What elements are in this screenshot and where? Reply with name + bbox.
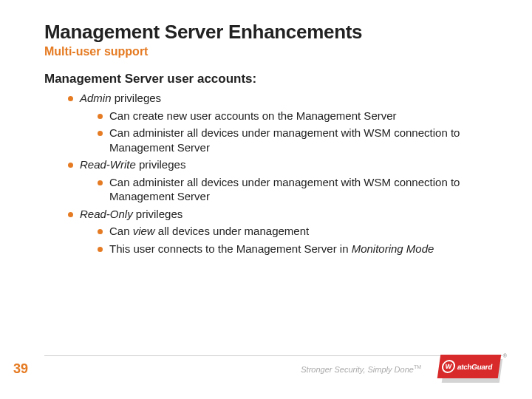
- text-italic: view: [133, 225, 155, 237]
- page-number: 39: [13, 361, 28, 377]
- slide-content: Management Server Enhancements Multi-use…: [0, 0, 532, 256]
- slide-subtitle: Multi-user support: [44, 45, 502, 58]
- priv-name: Read-Only: [80, 208, 133, 220]
- priv-suffix: privileges: [133, 208, 183, 220]
- text: This user connects to the Management Ser…: [109, 242, 352, 255]
- section-heading: Management Server user accounts:: [44, 72, 502, 86]
- logo-block: W atchGuard: [437, 355, 501, 378]
- priv-name: Read-Write: [80, 158, 136, 171]
- priv-suffix: privileges: [136, 158, 186, 171]
- list-item: Read-Write privileges: [44, 157, 502, 172]
- list-item: Can create new user accounts on the Mana…: [44, 109, 502, 123]
- watchguard-logo: W atchGuard ®: [436, 352, 502, 384]
- logo-circle-icon: W: [441, 360, 457, 373]
- logo-text: atchGuard: [457, 363, 493, 371]
- list-item: This user connects to the Management Ser…: [44, 242, 502, 256]
- list-item: Can administer all devices under managem…: [44, 126, 502, 154]
- priv-suffix: privileges: [112, 92, 162, 104]
- footer-divider: [44, 355, 502, 356]
- priv-name: Admin: [80, 92, 112, 104]
- list-item: Can view all devices under management: [44, 224, 502, 239]
- text: all devices under management: [155, 225, 309, 237]
- list-item: Admin privileges: [44, 91, 502, 106]
- slide-title: Management Server Enhancements: [44, 21, 502, 44]
- list-item: Can administer all devices under managem…: [44, 175, 502, 204]
- tagline-text: Stronger Security, Simply Done: [301, 365, 414, 374]
- text: Can: [109, 225, 133, 237]
- footer-tagline: Stronger Security, Simply DoneTM: [301, 364, 421, 374]
- list-item: Read-Only privileges: [44, 207, 502, 222]
- trademark-icon: TM: [414, 364, 421, 369]
- text-italic: Monitoring Mode: [352, 242, 434, 255]
- registered-icon: ®: [503, 353, 507, 358]
